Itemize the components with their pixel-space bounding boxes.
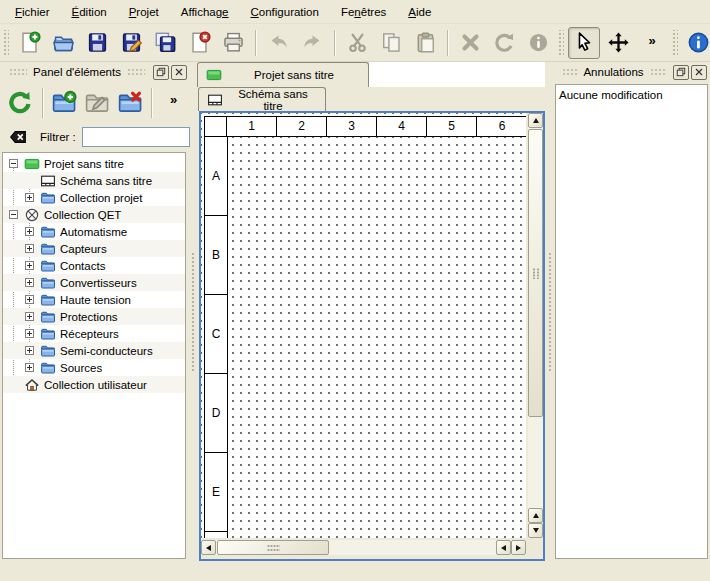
print-button[interactable]: [217, 27, 249, 59]
tree-item-collection-utilisateur[interactable]: Collection utilisateur: [3, 376, 185, 393]
folder-icon: [40, 275, 56, 291]
expander-minus-icon[interactable]: [9, 210, 18, 219]
menu-fichier[interactable]: Fichier: [4, 3, 61, 21]
expander-plus-icon[interactable]: [25, 193, 34, 202]
menu-affichage[interactable]: Affichage: [170, 3, 240, 21]
toolbar-drag-handle[interactable]: [557, 30, 564, 56]
vertical-scrollbar-thumb[interactable]: [528, 129, 543, 417]
menu-projet[interactable]: Projet: [118, 3, 170, 21]
tree-item-convertisseurs[interactable]: Convertisseurs: [3, 274, 185, 291]
filter-label: Filtrer :: [40, 131, 76, 143]
tree-item-collection-projet[interactable]: Collection projet: [3, 189, 185, 206]
new-project-button[interactable]: [13, 27, 45, 59]
undo-button[interactable]: [262, 27, 294, 59]
delete-icon: [459, 31, 482, 54]
scroll-left-button[interactable]: [201, 540, 216, 555]
edit-category-button[interactable]: [82, 86, 113, 120]
paste-button[interactable]: [409, 27, 441, 59]
tree-item-label: Sources: [60, 362, 102, 374]
select-tool-button[interactable]: [568, 27, 600, 59]
clear-filter-button[interactable]: [7, 126, 29, 148]
scroll-up-button[interactable]: [528, 113, 543, 128]
toolbar-drag-handle[interactable]: [2, 30, 9, 56]
expander-plus-icon[interactable]: [25, 295, 34, 304]
dock-drag-handle[interactable]: [9, 68, 27, 76]
expander-plus-icon[interactable]: [25, 346, 34, 355]
delete-category-button[interactable]: [114, 86, 145, 120]
expander-plus-icon[interactable]: [25, 244, 34, 253]
tree-item-collection-qet[interactable]: Collection QET: [3, 206, 185, 223]
undo-list-item[interactable]: Aucune modification: [559, 87, 704, 103]
tree-item-sources[interactable]: Sources: [3, 359, 185, 376]
copy-icon: [380, 31, 403, 54]
horizontal-scrollbar[interactable]: [201, 540, 526, 555]
right-splitter[interactable]: [546, 62, 553, 561]
tree-item-capteurs[interactable]: Capteurs: [3, 240, 185, 257]
tab-schema-sans-titre[interactable]: Schéma sans titre: [198, 87, 326, 111]
open-button[interactable]: [47, 27, 79, 59]
info-blue-icon: [687, 31, 710, 54]
toolbar-separator: [255, 30, 256, 56]
tree-item-semi-conducteurs[interactable]: Semi-conducteurs: [3, 342, 185, 359]
dock-drag-handle[interactable]: [650, 68, 665, 76]
tree-item-protections[interactable]: Protections: [3, 308, 185, 325]
close-file-button[interactable]: [183, 27, 215, 59]
menu-fenetres[interactable]: Fenêtres: [330, 3, 397, 21]
expander-minus-icon[interactable]: [9, 159, 18, 168]
toolbar-overflow-button[interactable]: »: [636, 27, 668, 59]
tree-item-projet-sans-titre[interactable]: Projet sans titre: [3, 155, 185, 172]
cut-button[interactable]: [341, 27, 373, 59]
expander-plus-icon[interactable]: [25, 278, 34, 287]
menu-configuration[interactable]: Configuration: [240, 3, 330, 21]
scroll-down-button[interactable]: [528, 523, 543, 538]
expander-plus-icon[interactable]: [25, 261, 34, 270]
new-category-button[interactable]: [49, 86, 80, 120]
elements-panel-titlebar: Panel d'éléments: [0, 62, 190, 82]
tree-item-label: Collection QET: [44, 209, 121, 221]
about-qet-button[interactable]: [682, 27, 710, 59]
cut-icon: [346, 31, 369, 54]
chevron-double-right-icon: »: [161, 90, 187, 116]
menu-edition[interactable]: Édition: [61, 3, 118, 21]
undo-history-list: Aucune modification: [555, 84, 708, 559]
save-as-button[interactable]: [115, 27, 147, 59]
tree-item-recepteurs[interactable]: Récepteurs: [3, 325, 185, 342]
float-button[interactable]: [153, 65, 169, 80]
move-tool-button[interactable]: [602, 27, 634, 59]
grid-row-header: E: [205, 453, 227, 532]
close-button[interactable]: [171, 65, 187, 80]
rotate-button[interactable]: [488, 27, 520, 59]
scroll-left-button[interactable]: [496, 540, 511, 555]
save-button[interactable]: [81, 27, 113, 59]
panel-overflow-button[interactable]: »: [158, 86, 189, 120]
tree-item-contacts[interactable]: Contacts: [3, 257, 185, 274]
toolbar-drag-handle[interactable]: [671, 30, 678, 56]
expander-plus-icon[interactable]: [25, 329, 34, 338]
dock-drag-handle[interactable]: [127, 68, 145, 76]
vertical-scrollbar[interactable]: [528, 113, 543, 538]
close-button[interactable]: [691, 65, 707, 80]
expander-plus-icon[interactable]: [25, 363, 34, 372]
redo-icon: [301, 31, 324, 54]
tab-projet-sans-titre[interactable]: Projet sans titre: [197, 62, 369, 87]
copy-button[interactable]: [375, 27, 407, 59]
scroll-right-button[interactable]: [511, 540, 526, 555]
menu-aide[interactable]: Aide: [397, 3, 442, 21]
filter-input[interactable]: [82, 127, 190, 147]
scroll-up-button[interactable]: [528, 508, 543, 523]
redo-button[interactable]: [296, 27, 328, 59]
properties-button[interactable]: [522, 27, 554, 59]
folder-icon: [40, 224, 56, 240]
float-button[interactable]: [673, 65, 689, 80]
dock-drag-handle[interactable]: [562, 68, 577, 76]
delete-button[interactable]: [454, 27, 486, 59]
reload-collections-button[interactable]: [5, 86, 36, 120]
save-all-button[interactable]: [149, 27, 181, 59]
expander-plus-icon[interactable]: [25, 312, 34, 321]
horizontal-scrollbar-thumb[interactable]: [217, 540, 329, 555]
tree-item-haute-tension[interactable]: Haute tension: [3, 291, 185, 308]
tree-item-schema-sans-titre[interactable]: Schéma sans titre: [3, 172, 185, 189]
schema-canvas[interactable]: 123456 ABCDE: [201, 113, 526, 538]
tree-item-automatisme[interactable]: Automatisme: [3, 223, 185, 240]
expander-plus-icon[interactable]: [25, 227, 34, 236]
